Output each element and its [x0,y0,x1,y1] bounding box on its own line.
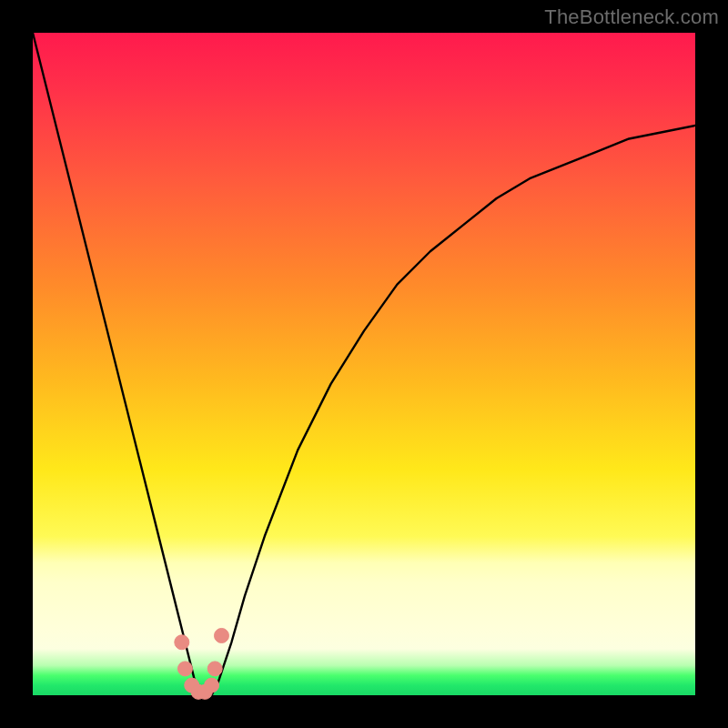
valley-marker [175,635,189,650]
valley-marker-group [175,628,229,699]
bottleneck-curve-path [33,33,695,695]
valley-marker [177,662,192,676]
plot-area [33,33,695,695]
valley-marker [207,662,222,676]
valley-marker [205,678,219,693]
chart-frame: TheBottleneck.com [0,0,728,728]
watermark-text: TheBottleneck.com [544,5,719,29]
valley-marker [214,628,228,642]
chart-svg [33,33,695,695]
